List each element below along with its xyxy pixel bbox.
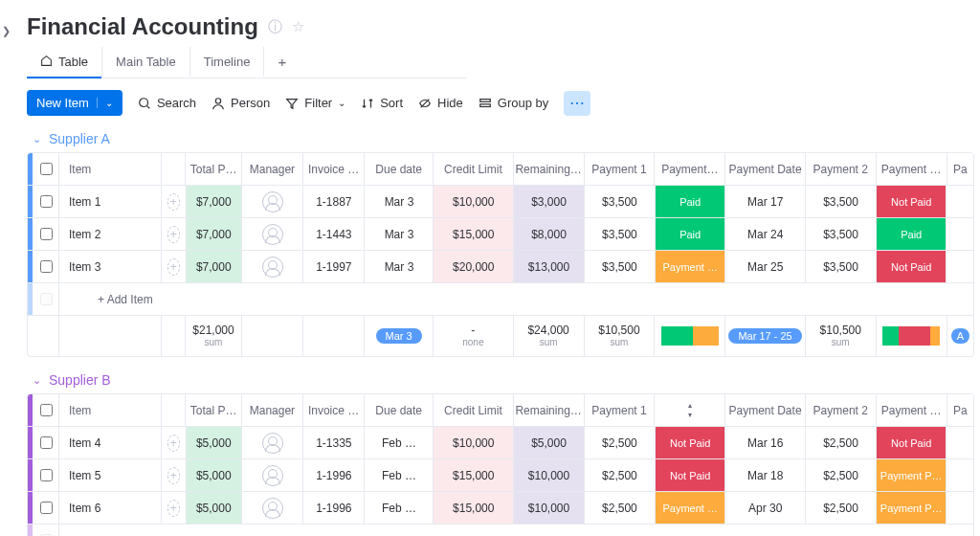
total-cell[interactable]: $5,000 — [187, 459, 242, 491]
column-header[interactable]: Payment 2 — [806, 153, 877, 185]
due-date-cell[interactable]: Feb … — [365, 492, 434, 524]
invoice-cell[interactable]: 1-1335 — [303, 427, 365, 458]
item-name[interactable]: Item 1 — [59, 186, 162, 217]
payment1-cell[interactable]: $2,500 — [585, 492, 656, 524]
column-header[interactable]: Manager — [242, 153, 303, 185]
select-all-checkbox[interactable] — [33, 394, 59, 426]
due-date-cell[interactable]: Mar 3 — [365, 186, 434, 217]
expand-subitems-button[interactable]: + — [162, 459, 187, 491]
row-checkbox[interactable] — [33, 186, 59, 217]
credit-limit-cell[interactable]: $10,000 — [434, 186, 514, 217]
payment1-cell[interactable]: $3,500 — [585, 251, 656, 282]
row-checkbox[interactable] — [33, 492, 59, 524]
payment-status-cell[interactable]: Paid — [656, 218, 726, 250]
payment2-cell[interactable]: $3,500 — [806, 218, 877, 250]
payment-status2-cell[interactable]: Not Paid — [877, 251, 947, 282]
column-header[interactable]: Item — [59, 394, 162, 426]
filter-button[interactable]: Filter⌄ — [285, 96, 345, 110]
payment1-cell[interactable]: $2,500 — [585, 427, 656, 458]
payment2-cell[interactable]: $2,500 — [806, 427, 877, 458]
column-header[interactable]: Total P… — [186, 394, 241, 426]
credit-limit-cell[interactable]: $15,000 — [434, 218, 514, 250]
remaining-cell[interactable]: $3,000 — [514, 186, 585, 217]
chevron-down-icon[interactable]: ⌄ — [97, 98, 113, 108]
row-checkbox[interactable] — [33, 218, 59, 250]
item-name[interactable]: Item 3 — [59, 251, 162, 282]
credit-limit-cell[interactable]: $15,000 — [434, 492, 514, 524]
group-header[interactable]: ⌄Supplier B — [33, 372, 980, 388]
expand-subitems-button[interactable]: + — [162, 427, 187, 458]
column-header[interactable]: Payment Date — [725, 153, 806, 185]
add-view-button[interactable]: + — [264, 46, 300, 78]
column-header[interactable]: Total P… — [186, 153, 241, 185]
column-header[interactable]: Manager — [242, 394, 303, 426]
select-all-checkbox[interactable] — [33, 153, 59, 185]
tab-table[interactable]: Table — [27, 47, 102, 78]
payment-date-cell[interactable]: Mar 18 — [725, 459, 806, 491]
item-name[interactable]: Item 2 — [59, 218, 162, 250]
payment-status2-cell[interactable]: Payment P… — [877, 459, 947, 491]
tab-timeline[interactable]: Timeline — [190, 47, 265, 77]
new-item-button[interactable]: New Item ⌄ — [27, 90, 122, 116]
more-options-button[interactable]: ⋯ — [564, 91, 590, 116]
column-header[interactable]: Remaining… — [514, 394, 585, 426]
column-header[interactable]: Due date — [365, 394, 434, 426]
invoice-cell[interactable]: 1-1443 — [303, 218, 365, 250]
tab-main-table[interactable]: Main Table — [102, 47, 190, 77]
row-checkbox[interactable] — [33, 251, 59, 282]
payment-date-cell[interactable]: Mar 24 — [725, 218, 806, 250]
total-cell[interactable]: $5,000 — [187, 427, 242, 458]
total-cell[interactable]: $7,000 — [187, 186, 242, 217]
column-header[interactable] — [655, 394, 725, 426]
credit-limit-cell[interactable]: $10,000 — [434, 427, 514, 458]
column-header[interactable]: Pa — [947, 394, 973, 426]
collapse-sidebar-icon[interactable]: ❯ — [2, 25, 11, 37]
row-checkbox[interactable] — [33, 427, 59, 458]
group-header[interactable]: ⌄Supplier A — [33, 131, 980, 146]
payment-status2-cell[interactable]: Not Paid — [877, 427, 947, 458]
payment-date-cell[interactable]: Mar 25 — [725, 251, 806, 282]
column-header[interactable]: Payment … — [877, 153, 947, 185]
invoice-cell[interactable]: 1-1996 — [303, 492, 365, 524]
total-cell[interactable]: $7,000 — [187, 218, 242, 250]
column-header[interactable]: Invoice … — [303, 394, 365, 426]
column-header[interactable]: Payment… — [655, 153, 725, 185]
payment-status-cell[interactable]: Not Paid — [656, 427, 726, 458]
total-cell[interactable]: $5,000 — [187, 492, 242, 524]
credit-limit-cell[interactable]: $15,000 — [434, 459, 514, 491]
column-header[interactable] — [162, 153, 187, 185]
person-button[interactable]: Person — [212, 96, 270, 110]
column-header[interactable]: Item — [59, 153, 162, 185]
payment-status-cell[interactable]: Payment … — [656, 492, 726, 524]
payment2-cell[interactable]: $2,500 — [806, 459, 877, 491]
group-by-button[interactable]: Group by — [479, 96, 548, 110]
manager-cell[interactable] — [242, 427, 303, 458]
manager-cell[interactable] — [242, 492, 303, 524]
item-name[interactable]: Item 5 — [59, 459, 162, 491]
due-date-cell[interactable]: Feb … — [365, 459, 434, 491]
remaining-cell[interactable]: $8,000 — [514, 218, 585, 250]
invoice-cell[interactable]: 1-1996 — [303, 459, 365, 491]
payment-status-cell[interactable]: Not Paid — [656, 459, 726, 491]
payment2-cell[interactable]: $3,500 — [806, 251, 877, 282]
column-header[interactable]: Credit Limit — [434, 394, 514, 426]
payment-status2-cell[interactable]: Not Paid — [877, 186, 947, 217]
sort-button[interactable]: Sort — [361, 96, 403, 110]
invoice-cell[interactable]: 1-1887 — [303, 186, 365, 217]
payment-date-cell[interactable]: Mar 17 — [725, 186, 806, 217]
manager-cell[interactable] — [242, 186, 303, 217]
expand-subitems-button[interactable]: + — [162, 186, 187, 217]
payment1-cell[interactable]: $3,500 — [585, 218, 656, 250]
due-date-cell[interactable]: Mar 3 — [365, 218, 434, 250]
column-header[interactable]: Remaining… — [514, 153, 585, 185]
remaining-cell[interactable]: $5,000 — [514, 427, 585, 458]
payment-status-cell[interactable]: Payment … — [656, 251, 726, 282]
add-item-button[interactable]: + Add Item — [59, 283, 959, 315]
column-header[interactable]: Payment 2 — [806, 394, 877, 426]
search-button[interactable]: Search — [138, 96, 196, 110]
column-header[interactable]: Payment 1 — [585, 153, 656, 185]
row-checkbox[interactable] — [33, 459, 59, 491]
expand-subitems-button[interactable]: + — [162, 218, 187, 250]
payment-date-cell[interactable]: Apr 30 — [725, 492, 806, 524]
payment1-cell[interactable]: $3,500 — [585, 186, 656, 217]
